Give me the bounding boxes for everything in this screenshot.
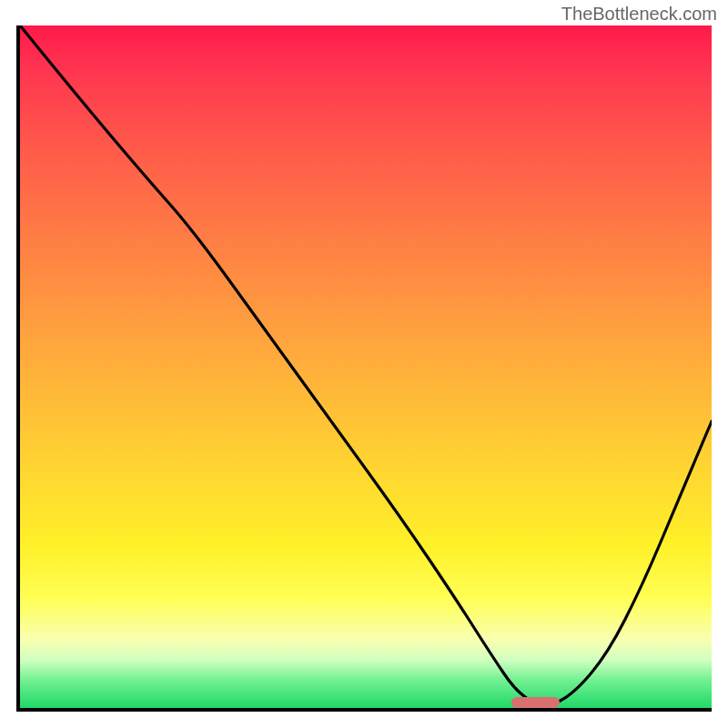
plot-area xyxy=(16,25,712,712)
optimal-range-marker xyxy=(511,697,560,708)
curve-layer xyxy=(20,25,712,708)
watermark-text: TheBottleneck.com xyxy=(561,4,717,25)
bottleneck-curve xyxy=(20,25,712,704)
